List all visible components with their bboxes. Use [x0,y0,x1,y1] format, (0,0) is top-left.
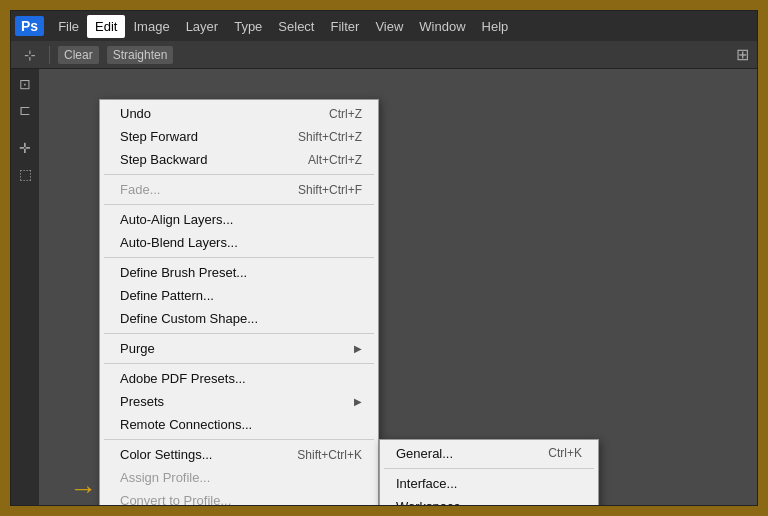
pref-separator-1 [384,468,594,469]
menu-pdf-presets[interactable]: Adobe PDF Presets... [100,367,378,390]
menu-define-shape[interactable]: Define Custom Shape... [100,307,378,330]
edit-menu-dropdown: Undo Ctrl+Z Step Forward Shift+Ctrl+Z St… [99,99,379,505]
menu-auto-blend[interactable]: Auto-Blend Layers... [100,231,378,254]
menu-help[interactable]: Help [474,15,517,38]
ps-logo: Ps [15,16,44,36]
preferences-submenu: General... Ctrl+K Interface... Workspace… [379,439,599,505]
menu-presets[interactable]: Presets ▶ [100,390,378,413]
menu-filter[interactable]: Filter [322,15,367,38]
select-tool-icon[interactable]: ⊡ [14,73,36,95]
menu-window[interactable]: Window [411,15,473,38]
menu-file[interactable]: File [50,15,87,38]
separator-3 [104,257,374,258]
menu-select[interactable]: Select [270,15,322,38]
menu-image[interactable]: Image [125,15,177,38]
main-area: ⊡ ⊏ ✛ ⬚ → Undo Ctrl+Z Step Forward [11,69,757,505]
clear-button[interactable]: Clear [58,46,99,64]
menu-purge[interactable]: Purge ▶ [100,337,378,360]
menu-step-backward[interactable]: Step Backward Alt+Ctrl+Z [100,148,378,171]
dropdown-container: Undo Ctrl+Z Step Forward Shift+Ctrl+Z St… [39,99,319,505]
menu-undo[interactable]: Undo Ctrl+Z [100,102,378,125]
separator-4 [104,333,374,334]
menu-color-settings[interactable]: Color Settings... Shift+Ctrl+K [100,443,378,466]
pref-interface[interactable]: Interface... [380,472,598,495]
grid-icon: ⊞ [736,45,749,64]
marquee-tool-icon[interactable]: ⬚ [14,163,36,185]
separator-5 [104,363,374,364]
separator-1 [104,174,374,175]
menu-view[interactable]: View [367,15,411,38]
menu-define-pattern[interactable]: Define Pattern... [100,284,378,307]
app-window: Ps File Edit Image Layer Type Select Fil… [10,10,758,506]
menu-convert-profile: Convert to Profile... [100,489,378,505]
move-tool-icon[interactable]: ⊹ [19,44,41,66]
menu-edit[interactable]: Edit [87,15,125,38]
toolbar-separator [49,46,50,64]
tool-panel: ⊡ ⊏ ✛ ⬚ [11,69,39,505]
canvas-area: → Undo Ctrl+Z Step Forward Shift+Ctrl+Z … [39,69,757,505]
menu-bar: Ps File Edit Image Layer Type Select Fil… [11,11,757,41]
pref-general[interactable]: General... Ctrl+K [380,442,598,465]
lasso-tool-icon[interactable]: ⊏ [14,99,36,121]
menu-type[interactable]: Type [226,15,270,38]
menu-fade: Fade... Shift+Ctrl+F [100,178,378,201]
separator-6 [104,439,374,440]
transform-tool-icon[interactable]: ✛ [14,137,36,159]
menu-step-forward[interactable]: Step Forward Shift+Ctrl+Z [100,125,378,148]
menu-layer[interactable]: Layer [178,15,227,38]
pref-workspace[interactable]: Workspace... [380,495,598,505]
menu-define-brush[interactable]: Define Brush Preset... [100,261,378,284]
menu-auto-align[interactable]: Auto-Align Layers... [100,208,378,231]
straighten-button[interactable]: Straighten [107,46,174,64]
menu-assign-profile: Assign Profile... [100,466,378,489]
options-toolbar: ⊹ Clear Straighten ⊞ [11,41,757,69]
separator-2 [104,204,374,205]
menu-remote-connections[interactable]: Remote Connections... [100,413,378,436]
